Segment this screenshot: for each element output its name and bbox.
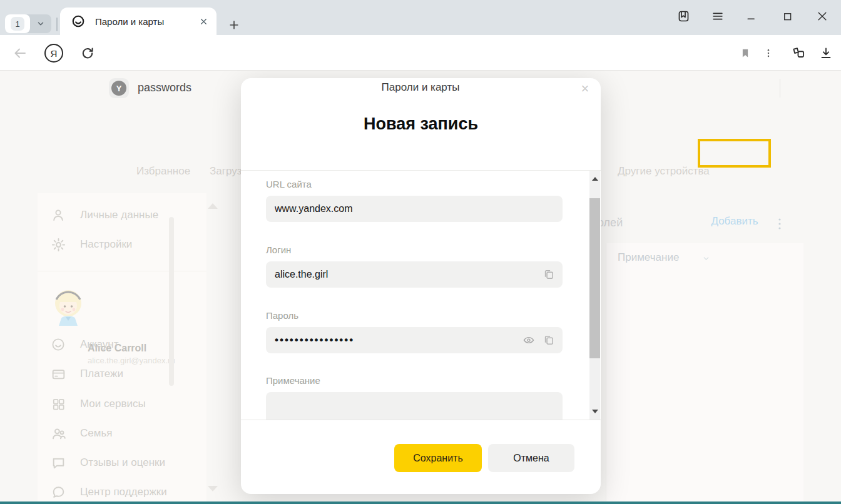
download-icon[interactable] [815,42,837,64]
chevron-down-icon [30,19,51,28]
divider [780,79,780,98]
window-bottom-edge [0,501,841,504]
url-label: URL сайта [266,179,312,189]
dialog-form: URL сайта Логин Пароль Примечание [241,170,601,420]
window-minimize-button[interactable] [740,5,763,28]
yandex-id-smiley-icon [71,14,85,28]
tab-passwords[interactable]: Пароли и карты [60,8,217,35]
browser-window: 1 Пароли и карты [0,0,841,504]
window-close-button[interactable] [811,5,833,28]
scroll-down-icon[interactable] [589,403,600,420]
tab-close-icon[interactable] [200,18,208,26]
side-panel-icon[interactable] [672,5,695,28]
new-entry-dialog: × Новая запись URL сайта Логин Пароль [241,78,601,494]
site-badge-letter: Y [111,81,126,96]
cancel-button[interactable]: Отмена [488,444,574,472]
ya-letter: Я [51,48,58,59]
eye-icon[interactable] [522,334,535,346]
scrollbar-thumb[interactable] [589,198,600,358]
scroll-up-icon[interactable] [589,171,600,187]
close-icon[interactable]: × [576,79,594,98]
site-badge[interactable]: Y [109,78,129,98]
copy-icon[interactable] [543,268,555,281]
add-button-highlight [698,139,771,168]
menu-hamburger-icon[interactable] [706,5,729,28]
password-field[interactable] [266,327,563,353]
save-button[interactable]: Сохранить [394,444,482,472]
url-field[interactable] [266,196,563,222]
tab-bar: 1 Пароли и карты [0,0,841,35]
note-label: Примечание [266,375,320,386]
login-field[interactable] [266,261,563,288]
login-label: Логин [266,244,291,255]
copy-icon[interactable] [543,334,555,346]
password-label: Пароль [266,310,298,321]
browser-toolbar: Я Y passwords Пароли и карты [0,35,841,71]
window-maximize-button[interactable] [776,5,798,28]
note-field[interactable] [266,392,563,420]
tab-title: Пароли и карты [95,16,200,27]
address-bar-url[interactable]: passwords [138,81,191,94]
back-arrow-icon[interactable] [9,42,31,64]
divider [56,18,58,31]
tab-group-selector[interactable]: 1 [5,14,51,33]
dialog-scrollbar[interactable] [589,171,600,420]
tab-group-badge: 1 [11,17,24,31]
yandex-logo-button[interactable]: Я [43,42,65,64]
kebab-menu-icon[interactable] [757,42,780,64]
new-tab-button[interactable] [224,15,244,35]
bookmark-icon[interactable] [734,42,757,64]
yandex-collections-icon[interactable] [787,42,810,64]
refresh-icon[interactable] [76,42,99,64]
dialog-title: Новая запись [241,114,601,134]
